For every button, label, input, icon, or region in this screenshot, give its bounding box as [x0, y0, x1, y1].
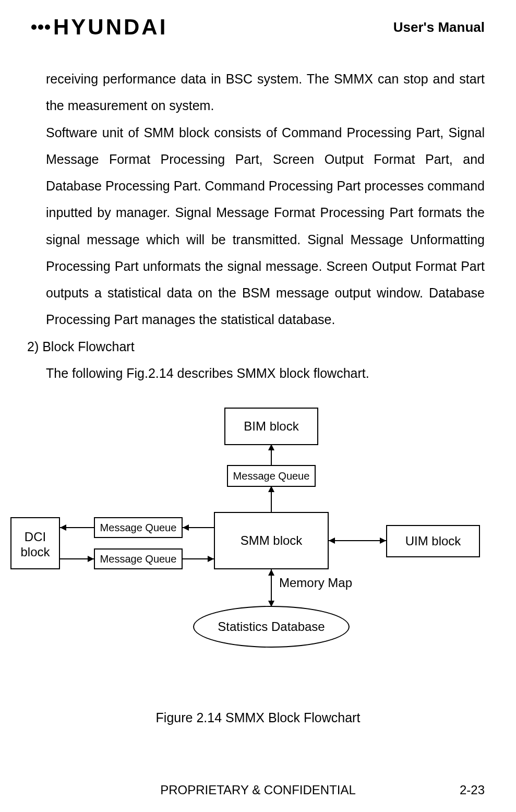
- figure-caption: Figure 2.14 SMMX Block Flowchart: [31, 710, 485, 725]
- brand-logo: HYUNDAI: [31, 15, 167, 40]
- brand-text: HYUNDAI: [53, 15, 167, 40]
- dci-block-box: DCI block: [10, 517, 60, 569]
- page-number: 2-23: [460, 783, 485, 797]
- smm-block-box: SMM block: [214, 512, 329, 569]
- block-flowchart-diagram: BIM block Message Queue SMM block DCI bl…: [31, 408, 485, 679]
- memory-map-label: Memory Map: [279, 576, 352, 590]
- paragraph-1: receiving performance data in BSC system…: [46, 66, 485, 120]
- message-queue-left-upper-box: Message Queue: [94, 517, 183, 538]
- section-intro: The following Fig.2.14 describes SMMX bl…: [46, 360, 485, 387]
- statistics-database-ellipse: Statistics Database: [193, 606, 350, 648]
- uim-block-box: UIM block: [386, 525, 480, 557]
- paragraph-2: Software unit of SMM block consists of C…: [46, 120, 485, 333]
- document-title: User's Manual: [393, 19, 485, 35]
- footer-confidential: PROPRIETARY & CONFIDENTIAL: [0, 783, 516, 797]
- section-heading: 2) Block Flowchart: [27, 333, 485, 360]
- message-queue-left-lower-box: Message Queue: [94, 548, 183, 569]
- bim-block-box: BIM block: [224, 408, 318, 445]
- message-queue-top-box: Message Queue: [227, 465, 316, 487]
